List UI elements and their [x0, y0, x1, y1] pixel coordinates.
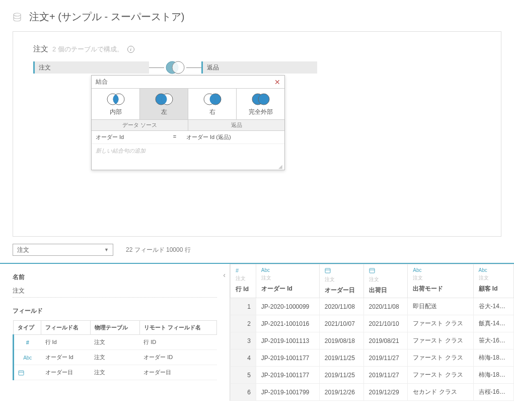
grid-col-header[interactable]: Abc注文出荷モード	[408, 264, 473, 298]
connector-line	[149, 67, 164, 68]
header: 注文+ (サンプル - スーパーストア)	[0, 0, 514, 31]
collapse-icon[interactable]: ‹	[223, 271, 226, 279]
svg-rect-15	[370, 268, 375, 273]
table-select-value: 注文	[17, 246, 29, 254]
name-label: 名前	[13, 273, 217, 282]
col-phys[interactable]: 物理テーブル	[90, 321, 139, 335]
join-type-label: 完全外部	[249, 108, 273, 116]
grid-row[interactable]: 4JP-2019-10011772019/11/252019/11/27ファース…	[231, 349, 514, 367]
data-grid: #注文行 IdAbc注文オーダー Id注文オーダー日注文出荷日Abc注文出荷モー…	[230, 264, 514, 401]
popup-title: 結合	[96, 78, 108, 86]
join-type-label: 内部	[110, 108, 122, 116]
grid-row[interactable]: 5JP-2019-10011772019/11/252019/11/27ファース…	[231, 367, 514, 384]
close-icon[interactable]: ✕	[274, 78, 280, 86]
join-venn-icon[interactable]	[164, 60, 186, 75]
join-clause-row[interactable]: オーダー Id = オーダー Id (返品)	[92, 131, 284, 144]
grid-row[interactable]: 6JP-2019-10017992019/12/262019/12/29セカンド…	[231, 384, 514, 401]
chevron-down-icon: ▼	[104, 247, 109, 252]
resize-grip-icon[interactable]: ◢	[278, 164, 283, 169]
join-type-right[interactable]: 右	[188, 89, 237, 119]
svg-rect-11	[19, 371, 24, 375]
table-select[interactable]: 注文 ▼	[13, 244, 113, 256]
info-icon[interactable]: i	[127, 46, 134, 53]
metadata-pane: ‹ 名前 注文 フィールド タイプ フィールド名 物理テーブル リモート フィー…	[0, 264, 230, 401]
canvas-subtitle: 2 個のテーブルで構成。	[52, 45, 123, 54]
fields-label: フィールド	[13, 307, 217, 315]
grid-col-header[interactable]: Abc注文顧客 Id	[473, 264, 513, 298]
fields-table: タイプ フィールド名 物理テーブル リモート フィールド名 #行 Id注文行 I…	[13, 320, 217, 380]
page-title: 注文+ (サンプル - スーパーストア)	[29, 10, 184, 24]
grid-col-header[interactable]: Abc注文オーダー Id	[256, 264, 319, 298]
grid-row[interactable]: 2JP-2021-10010162021/10/072021/10/10ファース…	[231, 315, 514, 332]
name-value[interactable]: 注文	[13, 285, 217, 298]
svg-point-10	[258, 94, 269, 105]
join-type-inner[interactable]: 内部	[92, 89, 140, 119]
table-pill-right[interactable]: 返品	[201, 61, 317, 74]
join-popup: 結合 ✕ 内部 左 右 完全外部 データ ソース 返品	[91, 75, 285, 170]
database-icon	[13, 13, 22, 22]
clause-header-right: 返品	[188, 120, 284, 130]
clause-left-field[interactable]: オーダー Id	[92, 131, 167, 144]
svg-rect-13	[325, 268, 330, 273]
join-canvas: 注文 2 個のテーブルで構成。 i 注文 返品 結合 ✕ 内部 左	[13, 31, 501, 237]
svg-point-2	[172, 61, 184, 74]
summary-text: 22 フィールド 10000 行	[126, 246, 191, 254]
grid-col-header[interactable]: 注文オーダー日	[319, 264, 363, 298]
add-clause-hint[interactable]: 新しい結合句の追加	[92, 144, 284, 170]
col-remote[interactable]: リモート フィールド名	[139, 321, 216, 335]
field-row[interactable]: Abcオーダー Id注文オーダー ID	[14, 350, 217, 365]
field-row[interactable]: オーダー日注文オーダー日	[14, 365, 217, 380]
join-type-left[interactable]: 左	[140, 89, 188, 119]
svg-point-0	[14, 13, 21, 16]
grid-row[interactable]: 3JP-2019-10011132019/08/182019/08/21ファース…	[231, 332, 514, 349]
clause-header-left: データ ソース	[92, 120, 188, 130]
grid-row[interactable]: 1JP-2020-10000992020/11/082020/11/08即日配送…	[231, 298, 514, 315]
data-grid-pane: #注文行 IdAbc注文オーダー Id注文オーダー日注文出荷日Abc注文出荷モー…	[230, 264, 514, 401]
join-type-label: 左	[161, 108, 167, 116]
clause-operator[interactable]: =	[167, 131, 182, 144]
field-row[interactable]: #行 Id注文行 ID	[14, 335, 217, 350]
col-field[interactable]: フィールド名	[41, 321, 91, 335]
clause-right-field[interactable]: オーダー Id (返品)	[182, 131, 274, 144]
connector-line	[186, 67, 201, 68]
canvas-title: 注文	[33, 44, 48, 54]
grid-col-header[interactable]: 注文出荷日	[363, 264, 408, 298]
join-type-label: 右	[209, 108, 215, 116]
col-type[interactable]: タイプ	[14, 321, 41, 335]
join-type-full[interactable]: 完全外部	[237, 89, 284, 119]
table-pill-left[interactable]: 注文	[33, 61, 149, 74]
grid-col-header[interactable]: #注文行 Id	[231, 264, 256, 298]
